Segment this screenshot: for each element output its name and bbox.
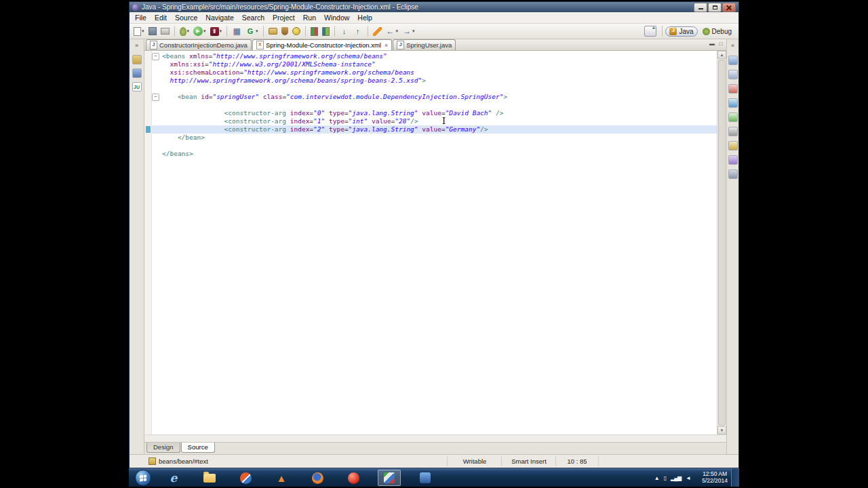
save-button[interactable] [147,25,158,37]
internet-explorer-button[interactable]: e [162,470,185,486]
coverage-report-button[interactable] [321,25,331,37]
problems-icon[interactable] [728,84,738,94]
editor-tab[interactable]: XSpring-Module-Constructor-Injection.xml… [252,39,392,50]
perspective-debug-button[interactable]: Debug [699,26,735,37]
code-line[interactable]: <bean id="springUser" class="com.intervi… [162,93,717,101]
code-line[interactable]: xmlns:xsi="http://www.w3.org/2001/XMLSch… [162,60,717,68]
new-java-project-button[interactable] [267,25,279,37]
window-close-button[interactable] [722,3,736,12]
menu-bar: FileEditSourceNavigateSearchProjectRunWi… [130,12,738,24]
task-list-icon[interactable] [728,70,738,79]
start-button[interactable] [135,470,151,486]
scroll-up-icon[interactable]: ▲ [717,51,726,59]
menu-item-window[interactable]: Window [320,13,353,22]
volume-icon[interactable]: ◄ [686,475,690,481]
menu-item-source[interactable]: Source [171,13,201,22]
page-tab-source[interactable]: Source [181,443,215,453]
code-token: "28" [395,117,410,125]
title-bar[interactable]: Java - SpringExample/src/main/resources/… [130,2,738,12]
windows-explorer-button[interactable] [198,470,221,486]
code-line[interactable]: </beans> [162,150,717,158]
network-icon[interactable]: ▂▄▆ [671,475,681,481]
window-minimize-button[interactable] [694,3,707,12]
annotation-ruler[interactable] [144,51,152,434]
close-tab-icon[interactable]: × [384,42,388,49]
console-icon[interactable] [728,127,738,136]
scrollbar-thumb[interactable] [718,60,726,426]
editor-tab[interactable]: JConstructorInjectionDemo.java [146,39,252,50]
back-button[interactable]: ←▾ [384,25,400,37]
print-button[interactable] [159,25,171,37]
open-perspective-button[interactable] [644,26,656,37]
run-button[interactable]: ▶▾ [192,25,208,37]
collapse-toggle-icon[interactable]: − [152,94,159,101]
code-line[interactable]: xsi:schemaLocation="http://www.springfra… [162,68,717,77]
opera-button[interactable] [234,470,257,486]
vertical-scrollbar[interactable]: ▲ ▼ [717,51,726,434]
type-hierarchy-icon[interactable] [132,68,142,78]
scroll-down-icon[interactable]: ▼ [717,426,726,434]
page-tab-design[interactable]: Design [146,443,180,453]
declaration-icon[interactable] [728,113,738,122]
package-explorer-icon[interactable] [132,55,142,64]
horizontal-scrollbar[interactable] [144,434,726,442]
menu-item-help[interactable]: Help [353,13,376,22]
app-blue-button[interactable] [414,470,437,486]
dropdown-arrow-icon: ▾ [203,28,206,34]
dropdown-arrow-icon: ▾ [187,28,190,34]
junit-view-icon[interactable]: JU [132,82,142,92]
code-line[interactable] [162,142,717,150]
window-maximize-button[interactable] [708,3,722,12]
code-line[interactable]: </bean> [162,134,717,142]
minimize-editor-icon[interactable]: ▬ [709,41,715,47]
code-line[interactable]: http://www.springframework.org/schema/be… [162,77,717,85]
firefox-button[interactable] [306,470,329,486]
power-icon[interactable]: ▯ [664,475,666,481]
prev-annotation-button[interactable]: ↑ [352,25,364,37]
next-annotation-button[interactable]: ↓ [338,25,351,37]
restore-views-icon[interactable]: « [728,41,738,51]
new-wizard-button[interactable]: ▾ [132,25,146,37]
code-line[interactable]: <constructor-arg index="0" type="java.la… [162,109,717,117]
outline-icon[interactable] [728,56,738,65]
junit-button[interactable] [309,25,319,37]
code-line[interactable]: <constructor-arg index="1" type="int" va… [162,117,717,125]
collapse-toggle-icon[interactable]: − [152,53,159,60]
menu-item-navigate[interactable]: Navigate [201,13,237,22]
maximize-editor-icon[interactable]: □ [717,41,724,47]
search-view-icon[interactable] [728,141,738,150]
search-button[interactable] [291,25,302,37]
java-ee-table-button[interactable]: ▦ [231,25,243,37]
app-red-button[interactable] [342,470,365,486]
code-token: "com.interviewdot.module.DependencyInjec… [286,93,503,100]
code-line[interactable] [162,85,717,93]
forward-button[interactable]: →▾ [401,25,416,37]
code-line[interactable]: <constructor-arg index="2" type="java.la… [159,125,717,134]
perspective-java-button[interactable]: Java [665,26,697,37]
menu-item-file[interactable]: File [131,13,151,22]
left-view-strip: »JU [130,39,144,454]
taskbar-clock[interactable]: 12:50 AM 5/22/2014 [702,471,728,484]
screen-recorder-button[interactable] [378,470,401,486]
show-desktop-button[interactable] [731,469,739,487]
code-line[interactable]: <beans xmlns="http://www.springframework… [162,52,717,60]
folding-margin[interactable]: −− [152,51,159,434]
menu-item-edit[interactable]: Edit [151,13,171,22]
run-server-button[interactable]: G▾ [244,25,260,37]
xml-source-editor[interactable]: <beans xmlns="http://www.springframework… [159,51,717,434]
menu-item-project[interactable]: Project [269,13,299,22]
menu-item-run[interactable]: Run [299,13,320,22]
menu-item-search[interactable]: Search [238,13,269,22]
vlc-button[interactable]: ▲ [270,470,293,486]
last-edit-location-button[interactable] [372,25,383,37]
show-hidden-icons-icon[interactable]: ▲ [654,475,659,481]
restore-views-icon[interactable]: » [132,41,142,51]
javadoc-icon[interactable] [728,98,738,108]
open-type-button[interactable] [280,25,290,37]
code-line[interactable] [162,101,717,109]
snippets-icon[interactable] [728,169,738,179]
editor-tab[interactable]: JSpringUser.java [393,39,456,50]
debug-button[interactable]: ▾ [178,25,191,37]
coverage-button[interactable]: ▮▾ [209,25,224,37]
history-icon[interactable] [728,155,738,165]
